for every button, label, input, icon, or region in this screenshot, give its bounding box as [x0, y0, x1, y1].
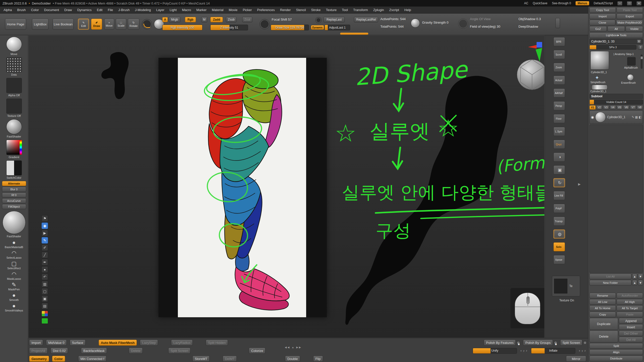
palette-small-button[interactable]: Rf 0 — [2, 193, 26, 198]
palette-item[interactable]: FastShader — [6, 119, 22, 138]
menu-item[interactable]: Light — [170, 8, 177, 12]
right-shelf-button[interactable]: Persp — [553, 101, 565, 110]
right-shelf-button[interactable]: L.Sym — [553, 127, 565, 136]
z-intensity-slider[interactable]: Z Intensity 51 — [210, 25, 248, 30]
palette-item[interactable]: SwitchColor — [6, 160, 22, 179]
edit-button[interactable]: ✎Edit — [78, 19, 89, 30]
rotate-gizmo-icon[interactable]: ↻ — [553, 178, 565, 187]
zsub-button[interactable]: Zsub — [226, 17, 236, 22]
tool-panel-button[interactable]: Make PolyMesh3D — [616, 20, 643, 25]
right-shelf-button[interactable]: Floor — [553, 114, 565, 123]
mrgb-button[interactable]: Mrgb — [169, 17, 180, 22]
close-button[interactable]: ✕ — [636, 1, 641, 6]
right-shelf-button[interactable]: Actual — [553, 76, 565, 85]
bottom-button[interactable]: Flip — [313, 356, 323, 362]
right-shelf-button[interactable]: Zoom — [553, 63, 565, 72]
texture-on-label[interactable]: Texture On — [545, 299, 588, 302]
palette-tool[interactable]: ● BasicMaterialB — [5, 240, 23, 249]
mirror-button[interactable]: Mirror — [566, 356, 586, 362]
menu-item[interactable]: Help — [404, 8, 411, 12]
subtool-action-button[interactable]: All To Home — [589, 305, 616, 311]
palette-item-icon[interactable] — [6, 57, 22, 72]
pen-icon[interactable]: ✎ — [42, 237, 48, 244]
bottom-button[interactable]: ProjectAll — [29, 348, 48, 354]
gravity-icon[interactable] — [411, 19, 420, 28]
trash-icon[interactable]: ▥ — [42, 281, 48, 287]
menu-item[interactable]: Preferences — [257, 8, 275, 12]
subtool-version-tab[interactable]: V1 — [589, 105, 596, 110]
right-shelf-button[interactable]: Xpose — [553, 255, 565, 264]
append-button[interactable]: Append — [619, 318, 643, 324]
subtool-action-button[interactable]: Rename — [589, 293, 616, 298]
rotate-button[interactable]: ↻Rotate — [128, 19, 139, 30]
draw-button[interactable]: ✐Draw — [91, 19, 102, 30]
subtool-list-item[interactable]: ◉ Cylinder3D_1 ✎ ▦ ◧ — [589, 110, 643, 124]
line-icon[interactable]: ╱ — [42, 252, 48, 258]
ink-pen-icon[interactable]: ✒ — [42, 259, 48, 265]
deep-shadow-button[interactable]: DeepShadow — [518, 25, 538, 28]
bottom-button[interactable]: Colorize — [249, 348, 265, 354]
eye-icon[interactable]: ◉ — [42, 222, 48, 229]
replay-last-button[interactable]: ReplayLast — [324, 17, 345, 22]
texture-well[interactable]: Te — [552, 276, 580, 296]
del-other-button[interactable]: Del Other — [619, 331, 643, 336]
tool-panel-button[interactable]: All — [608, 26, 625, 32]
unify-slider[interactable]: Unify — [473, 348, 517, 354]
menu-item[interactable]: Dynamics — [77, 8, 92, 12]
palette-tool-icon[interactable]: ● — [12, 303, 16, 309]
subtool-action-button[interactable]: Copy — [589, 312, 616, 317]
adjust-last-slider[interactable]: AdjustLast 1 — [325, 25, 350, 30]
bottom-button[interactable]: Double — [285, 356, 300, 362]
bottom-button[interactable]: BackfaceMask — [81, 348, 107, 354]
del-all-button[interactable]: Del All — [619, 337, 643, 342]
list-all-button[interactable]: List All — [589, 274, 631, 279]
bottom-button[interactable]: Split Screen — [168, 348, 190, 354]
menu-item[interactable]: Draw — [64, 8, 72, 12]
palette-tool-icon[interactable]: ◠ — [12, 250, 16, 256]
move-button[interactable]: +Move — [104, 19, 114, 30]
tool-panel-button[interactable]: Paste Tool — [617, 7, 643, 13]
distribute-button[interactable]: Distribute — [589, 356, 643, 361]
bottom-button[interactable]: LazyStep — [140, 340, 158, 346]
tool-panel-button[interactable]: Visible — [626, 26, 643, 32]
subtool-version-tab[interactable]: V2 — [596, 105, 602, 110]
bottom-button[interactable]: Auto Mask FiberMesh — [99, 340, 137, 346]
polypaint-icon[interactable]: ✎ — [632, 115, 634, 119]
active-tool-thumbnail[interactable] — [590, 51, 609, 70]
color-swatch-multi[interactable] — [42, 311, 48, 316]
folder-down-button[interactable]: ▼ — [638, 280, 643, 286]
menu-item[interactable]: Render — [280, 8, 291, 12]
r-button[interactable]: R — [637, 39, 641, 43]
zadd-button[interactable]: Zadd — [210, 17, 223, 22]
right-shelf-button[interactable]: Scroll — [553, 50, 565, 59]
bottom-button[interactable]: Import — [29, 340, 43, 346]
material-sphere-icon[interactable]: ◑ — [553, 153, 565, 162]
panel-divider-handle[interactable]: ▶ — [578, 182, 581, 186]
subtool-action-button[interactable]: All Low — [589, 299, 616, 305]
eraserbrush-thumbnail[interactable] — [627, 74, 634, 81]
obj-shadow-slider[interactable]: ObjShadow 0.3 — [518, 17, 541, 21]
tool-panel-button[interactable]: Copy Tool — [589, 7, 616, 13]
home-page-button[interactable]: Home Page — [5, 19, 26, 30]
palette-small-button[interactable]: FillObject — [2, 204, 26, 209]
bottom-button[interactable]: Dist 0.02 — [51, 348, 68, 354]
palette-item[interactable]: Alpha Off — [6, 78, 22, 97]
right-shelf-button[interactable]: BPR — [553, 37, 565, 46]
shelf-scrollbar[interactable] — [340, 33, 368, 35]
bottom-button[interactable]: MidValue 0 — [46, 340, 67, 346]
thumbs-scrollbar[interactable] — [641, 55, 642, 69]
tool-panel-button[interactable]: Import — [589, 14, 616, 19]
simplebrush-icon[interactable]: ✦ — [595, 75, 599, 81]
menu-item[interactable]: Picker — [243, 8, 252, 12]
menu-item[interactable]: Texture — [326, 8, 337, 12]
palette-item[interactable]: Move — [6, 37, 22, 56]
bottom-toggle[interactable]: Polish By Features● — [484, 340, 519, 346]
replay-last-rel-button[interactable]: ReplayLastRel — [354, 17, 378, 22]
subtool-version-tab[interactable]: V8 — [637, 105, 643, 110]
subtool-version-tab[interactable]: V7 — [630, 105, 636, 110]
gravity-strength-slider[interactable]: Gravity Strength 0 — [422, 21, 449, 24]
menu-item[interactable]: Zscript — [389, 8, 399, 12]
menu-item[interactable]: Stencil — [296, 8, 306, 12]
box-icon[interactable]: ▢ — [42, 288, 48, 295]
bottom-button[interactable]: LazyRadius — [171, 340, 193, 346]
